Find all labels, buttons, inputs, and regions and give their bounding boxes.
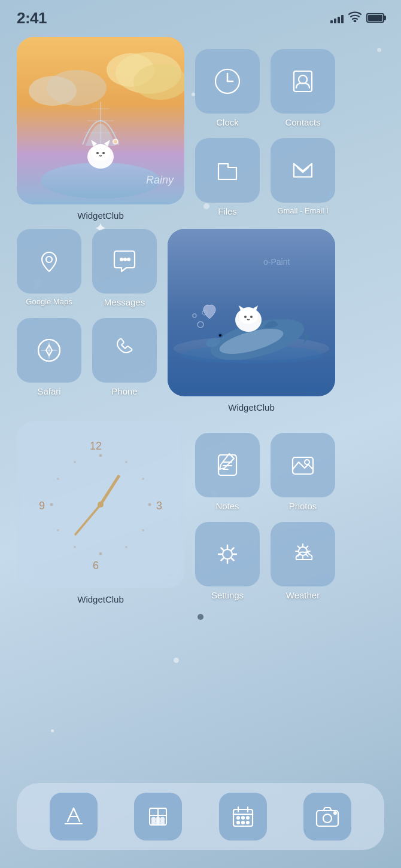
svg-point-97 <box>323 814 332 823</box>
calculator-dock[interactable] <box>134 793 182 841</box>
phone-label: Phone <box>111 386 137 396</box>
camera-dock[interactable] <box>303 793 351 841</box>
svg-point-92 <box>247 817 249 819</box>
svg-point-24 <box>299 75 307 84</box>
svg-point-64 <box>125 546 127 548</box>
svg-rect-84 <box>157 821 160 824</box>
svg-point-25 <box>46 256 52 262</box>
svg-point-17 <box>102 152 105 154</box>
top-right-icons: Clock Contacts <box>195 49 335 127</box>
svg-point-57 <box>99 454 102 457</box>
svg-rect-80 <box>152 818 155 821</box>
contacts-label: Contacts <box>285 117 320 127</box>
svg-point-59 <box>50 503 53 506</box>
svg-point-13 <box>91 144 110 161</box>
notes-app[interactable]: Notes <box>195 433 260 511</box>
clock-face-svg: 12 3 6 9 <box>29 433 172 576</box>
notes-label: Notes <box>215 501 239 511</box>
bottom-left-icons: Safari Phone <box>17 318 157 396</box>
clock-app[interactable]: Clock <box>195 49 260 127</box>
svg-point-90 <box>237 817 239 819</box>
maps-label: Google Maps <box>26 297 72 306</box>
svg-point-65 <box>74 461 76 463</box>
svg-text:3: 3 <box>156 500 162 512</box>
svg-point-71 <box>98 502 104 508</box>
contacts-app[interactable]: Contacts <box>271 49 335 127</box>
svg-point-98 <box>334 812 336 814</box>
safari-app[interactable]: Safari <box>17 318 81 396</box>
svg-point-19 <box>114 140 117 143</box>
svg-point-26 <box>120 258 123 261</box>
svg-point-16 <box>96 152 99 154</box>
signal-icon <box>330 13 344 23</box>
settings-app[interactable]: Settings <box>195 522 260 600</box>
status-time: 2:41 <box>17 9 47 27</box>
left-icons-col: Google Maps Messages <box>17 229 157 396</box>
row2: Google Maps Messages <box>17 229 384 412</box>
row3-right-icons: Notes Photos <box>195 421 335 600</box>
svg-rect-81 <box>157 818 160 821</box>
svg-point-93 <box>237 821 239 824</box>
svg-text:12: 12 <box>90 440 102 452</box>
svg-rect-83 <box>152 821 155 824</box>
svg-point-58 <box>99 552 102 555</box>
widget-club-clock[interactable]: 12 3 6 9 <box>17 421 184 604</box>
maps-app[interactable]: Google Maps <box>17 229 81 307</box>
svg-point-6 <box>47 70 107 106</box>
right-icons-col: Clock Contacts <box>195 37 335 221</box>
messages-app[interactable]: Messages <box>92 229 157 307</box>
files-label: Files <box>218 206 237 216</box>
widget-club-2[interactable]: o-Paint WidgetClub <box>168 229 335 412</box>
gmail-app[interactable]: Gmail - Email I <box>271 138 335 216</box>
svg-point-66 <box>57 478 59 480</box>
battery-icon <box>366 13 384 23</box>
svg-point-67 <box>57 529 59 531</box>
svg-point-94 <box>242 821 244 824</box>
svg-point-28 <box>127 258 130 261</box>
svg-point-62 <box>142 478 144 480</box>
svg-rect-85 <box>161 821 164 824</box>
safari-label: Safari <box>37 386 60 396</box>
svg-point-74 <box>305 460 309 464</box>
svg-point-27 <box>124 258 126 261</box>
appstore-dock[interactable] <box>50 793 98 841</box>
status-icons <box>330 11 384 25</box>
svg-point-61 <box>125 461 127 463</box>
top-left-icons: Google Maps Messages <box>17 229 157 307</box>
svg-rect-82 <box>161 818 164 821</box>
widget2-label: WidgetClub <box>228 402 275 412</box>
svg-point-75 <box>223 549 232 559</box>
svg-point-91 <box>242 817 244 819</box>
photos-label: Photos <box>289 501 317 511</box>
svg-point-63 <box>142 529 144 531</box>
svg-point-60 <box>148 503 151 506</box>
notes-photos-row: Notes Photos <box>195 433 335 511</box>
svg-point-46 <box>244 316 247 318</box>
photos-app[interactable]: Photos <box>271 433 335 511</box>
svg-point-95 <box>247 821 249 824</box>
dock <box>17 783 384 850</box>
svg-point-0 <box>354 20 356 22</box>
weather-label: Weather <box>286 590 320 600</box>
files-app[interactable]: Files <box>195 138 260 216</box>
page-dot-active <box>198 614 203 620</box>
widget1-rainy-text: Rainy <box>146 174 174 187</box>
bottom-right-icons: Files Gmail - Email I <box>195 138 335 216</box>
messages-label: Messages <box>104 297 145 307</box>
weather-app[interactable]: Weather <box>271 522 335 600</box>
svg-point-68 <box>74 546 76 548</box>
gmail-label: Gmail - Email I <box>277 206 328 215</box>
svg-text:o-Paint: o-Paint <box>263 257 290 267</box>
home-screen: Rainy WidgetClub ✦ Cloc <box>0 31 401 620</box>
status-bar: 2:41 <box>0 0 401 31</box>
wifi-icon <box>348 11 361 25</box>
svg-text:6: 6 <box>93 560 99 571</box>
widget2-inner-label <box>168 392 335 396</box>
calendar-dock[interactable] <box>219 793 267 841</box>
phone-app[interactable]: Phone <box>92 318 157 396</box>
svg-text:9: 9 <box>39 500 45 512</box>
page-indicator <box>17 614 384 620</box>
clock-widget-label: WidgetClub <box>77 594 124 604</box>
widget-club-1[interactable]: Rainy WidgetClub ✦ <box>17 37 184 221</box>
svg-point-41 <box>219 334 221 337</box>
